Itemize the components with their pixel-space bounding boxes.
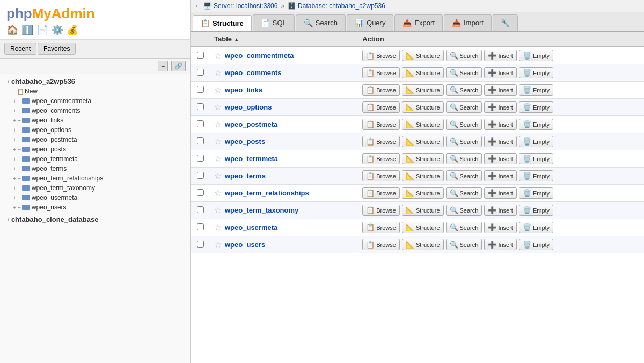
logo[interactable]: phpMyAdmin — [6, 5, 184, 22]
collapse-button[interactable]: − — [158, 61, 168, 71]
sidebar-table-termmeta[interactable]: + − wpeo_termmeta — [0, 154, 190, 164]
empty-button[interactable]: 🗑️ Empty — [519, 205, 553, 216]
insert-button[interactable]: ➕ Insert — [484, 187, 517, 199]
star-icon[interactable]: ☆ — [214, 136, 222, 147]
browse-button[interactable]: 📋 Browse — [362, 205, 400, 216]
insert-button[interactable]: ➕ Insert — [484, 153, 517, 164]
browse-button[interactable]: 📋 Browse — [362, 153, 400, 164]
star-icon[interactable]: ☆ — [214, 154, 222, 164]
insert-button[interactable]: ➕ Insert — [484, 50, 517, 61]
table-name-link[interactable]: wpeo_commentmeta — [225, 52, 294, 60]
structure-button[interactable]: 📐 Structure — [402, 101, 444, 113]
structure-button[interactable]: 📐 Structure — [402, 239, 444, 250]
tab-structure[interactable]: 📋 Structure — [193, 15, 252, 31]
sidebar-table-terms[interactable]: + − wpeo_terms — [0, 164, 190, 173]
row-checkbox[interactable] — [197, 103, 204, 110]
empty-button[interactable]: 🗑️ Empty — [519, 187, 553, 199]
search-button[interactable]: 🔍 Search — [446, 101, 482, 113]
link-button[interactable]: 🔗 — [171, 61, 186, 71]
search-button[interactable]: 🔍 Search — [446, 67, 482, 78]
star-icon[interactable]: ☆ — [214, 68, 222, 78]
browse-button[interactable]: 📋 Browse — [362, 119, 400, 130]
table-name-link[interactable]: wpeo_terms — [225, 172, 266, 180]
sidebar-new-item[interactable]: 📋 New — [0, 86, 190, 96]
structure-button[interactable]: 📐 Structure — [402, 205, 444, 216]
tab-favorites[interactable]: Favorites — [38, 43, 76, 55]
row-checkbox[interactable] — [197, 206, 204, 213]
currency-icon[interactable]: 💰 — [67, 24, 78, 36]
star-icon[interactable]: ☆ — [214, 102, 222, 112]
search-button[interactable]: 🔍 Search — [446, 170, 482, 182]
row-checkbox[interactable] — [197, 137, 204, 144]
empty-button[interactable]: 🗑️ Empty — [519, 50, 553, 61]
structure-button[interactable]: 📐 Structure — [402, 67, 444, 78]
star-icon[interactable]: ☆ — [214, 171, 222, 181]
insert-button[interactable]: ➕ Insert — [484, 170, 517, 182]
sidebar-table-usermeta[interactable]: + − wpeo_usermeta — [0, 193, 190, 202]
docs-icon[interactable]: 📄 — [36, 24, 48, 36]
sidebar-table-posts[interactable]: + − wpeo_posts — [0, 144, 190, 154]
structure-button[interactable]: 📐 Structure — [402, 187, 444, 199]
browse-button[interactable]: 📋 Browse — [362, 239, 400, 250]
star-icon[interactable]: ☆ — [214, 239, 222, 250]
structure-button[interactable]: 📐 Structure — [402, 136, 444, 147]
star-icon[interactable]: ☆ — [214, 222, 222, 233]
insert-button[interactable]: ➕ Insert — [484, 101, 517, 113]
table-name-link[interactable]: wpeo_comments — [225, 69, 281, 77]
browse-button[interactable]: 📋 Browse — [362, 222, 400, 233]
insert-button[interactable]: ➕ Insert — [484, 136, 517, 147]
search-button[interactable]: 🔍 Search — [446, 222, 482, 233]
db-item-clone[interactable]: − + chtabaho_clone_database — [0, 214, 190, 224]
table-name-link[interactable]: wpeo_usermeta — [225, 223, 277, 231]
empty-button[interactable]: 🗑️ Empty — [519, 170, 553, 182]
insert-button[interactable]: ➕ Insert — [484, 119, 517, 130]
row-checkbox[interactable] — [197, 52, 204, 59]
empty-button[interactable]: 🗑️ Empty — [519, 136, 553, 147]
server-link[interactable]: Server: localhost:3306 — [214, 2, 277, 10]
search-button[interactable]: 🔍 Search — [446, 239, 482, 250]
sidebar-table-commentmeta[interactable]: + − wpeo_commentmeta — [0, 96, 190, 106]
browse-button[interactable]: 📋 Browse — [362, 67, 400, 78]
search-button[interactable]: 🔍 Search — [446, 205, 482, 216]
browse-button[interactable]: 📋 Browse — [362, 187, 400, 199]
tab-recent[interactable]: Recent — [4, 43, 36, 55]
browse-button[interactable]: 📋 Browse — [362, 136, 400, 147]
table-name-link[interactable]: wpeo_term_relationships — [225, 189, 309, 197]
home-icon[interactable]: 🏠 — [6, 24, 18, 36]
empty-button[interactable]: 🗑️ Empty — [519, 67, 553, 78]
empty-button[interactable]: 🗑️ Empty — [519, 153, 553, 164]
breadcrumb-arrow[interactable]: ← — [195, 2, 201, 10]
sidebar-table-links[interactable]: + − wpeo_links — [0, 115, 190, 125]
browse-button[interactable]: 📋 Browse — [362, 170, 400, 182]
row-checkbox[interactable] — [197, 155, 204, 162]
search-button[interactable]: 🔍 Search — [446, 119, 482, 130]
empty-button[interactable]: 🗑️ Empty — [519, 119, 553, 130]
structure-button[interactable]: 📐 Structure — [402, 222, 444, 233]
row-checkbox[interactable] — [197, 189, 204, 196]
structure-button[interactable]: 📐 Structure — [402, 153, 444, 164]
browse-button[interactable]: 📋 Browse — [362, 101, 400, 113]
sort-asc-icon[interactable]: ▲ — [234, 37, 239, 42]
sidebar-table-term-taxonomy[interactable]: + − wpeo_term_taxonomy — [0, 183, 190, 193]
search-button[interactable]: 🔍 Search — [446, 50, 482, 61]
sidebar-table-users[interactable]: + − wpeo_users — [0, 202, 190, 212]
structure-button[interactable]: 📐 Structure — [402, 50, 444, 61]
sidebar-table-postmeta[interactable]: + − wpeo_postmeta — [0, 135, 190, 144]
db-link[interactable]: Database: chtabaho_a2wp536 — [298, 2, 385, 10]
empty-button[interactable]: 🗑️ Empty — [519, 101, 553, 113]
star-icon[interactable]: ☆ — [214, 188, 222, 198]
tab-query[interactable]: 📊 Query — [347, 14, 393, 31]
table-name-link[interactable]: wpeo_links — [225, 86, 262, 94]
sidebar-table-options[interactable]: + − wpeo_options — [0, 125, 190, 135]
insert-button[interactable]: ➕ Insert — [484, 67, 517, 78]
insert-button[interactable]: ➕ Insert — [484, 239, 517, 250]
row-checkbox[interactable] — [197, 223, 204, 230]
search-button[interactable]: 🔍 Search — [446, 187, 482, 199]
structure-button[interactable]: 📐 Structure — [402, 170, 444, 182]
empty-button[interactable]: 🗑️ Empty — [519, 222, 553, 233]
empty-button[interactable]: 🗑️ Empty — [519, 84, 553, 96]
search-button[interactable]: 🔍 Search — [446, 84, 482, 96]
table-name-link[interactable]: wpeo_users — [225, 241, 265, 249]
table-name-link[interactable]: wpeo_posts — [225, 137, 265, 146]
sidebar-table-comments[interactable]: + − wpeo_comments — [0, 106, 190, 115]
